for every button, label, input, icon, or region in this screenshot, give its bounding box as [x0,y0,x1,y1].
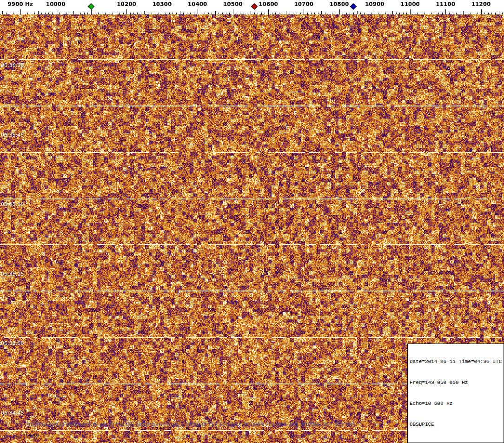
ruler-tick [428,11,428,14]
ruler-tick [495,13,496,14]
ruler-tick [339,9,340,14]
freq-marker-green-diamond[interactable] [88,3,94,10]
ruler-tick [431,13,432,14]
ruler-tick [226,13,226,14]
ruler-tick [268,9,269,14]
freq-tick-label: 10200 [117,1,136,7]
freq-tick-label: 10900 [365,1,385,7]
ruler-tick [442,13,443,14]
ruler-tick [219,13,219,14]
freq-marker-red-diamond[interactable] [251,3,258,10]
info-date-time: Date=2014-06-11 Time=04:36 UTC [410,358,502,365]
ruler-tick [300,13,301,14]
ruler-tick [399,13,400,14]
ruler-tick [329,13,329,14]
freq-tick-label: 11200 [471,1,491,7]
ruler-tick [41,13,42,14]
ruler-tick [438,13,439,14]
ruler-tick [364,13,365,14]
ruler-tick [66,13,67,14]
ruler-tick [484,13,485,14]
ruler-tick [176,13,177,14]
freq-tick-label: 10000 [46,1,66,7]
ruler-tick [460,13,460,14]
info-frequency: Freq=143 050 000 Hz [410,379,502,386]
ruler-tick [102,13,102,14]
ruler-tick [293,13,293,14]
ruler-tick [233,9,233,14]
ruler-tick [80,13,81,14]
ruler-tick [222,13,223,14]
ruler-tick [378,13,378,14]
ruler-tick [244,13,244,14]
ruler-tick [198,9,198,14]
ruler-tick [346,13,347,14]
ruler-tick [449,13,450,14]
ruler-tick [148,13,148,14]
ruler-tick [91,9,92,14]
ruler-tick [17,13,17,14]
ruler-tick [417,13,418,14]
ruler-tick [31,13,31,14]
ruler-tick [350,13,350,14]
ruler-tick [123,13,124,14]
ruler-tick [130,13,131,14]
ruler-tick [27,13,28,14]
ruler-tick [353,13,354,14]
ruler-tick [297,13,297,14]
freq-marker-blue-diamond[interactable] [350,3,357,10]
ruler-tick [84,13,85,14]
ruler-tick [491,13,492,14]
spectrogram-app: 9900 Hz100001020010300104001050010600107… [0,0,504,443]
ruler-tick [155,13,155,14]
ruler-tick [172,13,173,14]
ruler-tick [304,9,304,14]
ruler-tick [87,13,88,14]
ruler-tick [159,13,159,14]
ruler-tick [279,13,279,14]
ruler-tick [59,13,60,14]
ruler-tick [424,13,425,14]
ruler-tick [435,13,435,14]
ruler-tick [190,13,191,14]
ruler-tick [105,13,106,14]
ruler-tick [247,13,247,14]
ruler-tick [98,13,99,14]
ruler-tick [6,13,7,14]
ruler-tick [453,13,453,14]
ruler-tick [456,13,457,14]
ruler-tick [385,13,386,14]
ruler-tick [73,11,74,14]
freq-tick-label: 10300 [153,1,172,7]
ruler-tick [95,13,95,14]
ruler-tick [45,13,46,14]
ruler-tick [126,9,127,14]
ruler-tick [137,13,138,14]
ruler-tick [208,13,209,14]
ruler-tick [56,9,56,14]
freq-tick-label: 10500 [223,1,243,7]
ruler-tick [169,13,170,14]
ruler-tick [406,13,407,14]
ruler-tick [311,13,312,14]
ruler-tick [375,9,375,14]
ruler-tick [187,13,187,14]
ruler-tick [396,13,397,14]
ruler-tick [477,13,478,14]
ruler-tick [275,13,276,14]
ruler-tick [321,11,322,14]
ruler-tick [194,13,194,14]
ruler-tick [410,9,411,14]
ruler-tick [471,13,471,14]
freq-tick-label: 9900 Hz [7,1,33,7]
ruler-tick [481,9,482,14]
ruler-tick [116,13,116,14]
ruler-tick [463,11,464,14]
ruler-tick [133,13,134,14]
ruler-tick [38,11,39,14]
ruler-tick [382,13,382,14]
ruler-tick [166,13,166,14]
ruler-tick [314,13,315,14]
ruler-tick [414,13,414,14]
ruler-tick [10,13,10,14]
